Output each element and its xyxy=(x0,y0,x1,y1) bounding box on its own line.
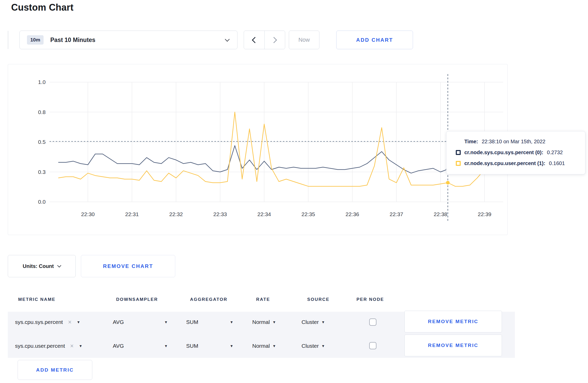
svg-text:22:31: 22:31 xyxy=(125,211,139,217)
per-node-checkbox[interactable] xyxy=(369,318,376,326)
svg-text:0.0: 0.0 xyxy=(38,199,46,205)
remove-chart-button[interactable]: REMOVE CHART xyxy=(81,255,175,277)
caret-down-icon: ▼ xyxy=(321,344,325,348)
svg-text:22:33: 22:33 xyxy=(213,211,227,217)
svg-text:22:36: 22:36 xyxy=(346,211,359,217)
metric-name-value: sys.cpu.user.percent xyxy=(15,343,65,349)
remove-metric-button[interactable]: REMOVE METRIC xyxy=(404,335,502,356)
chart-hover-tooltip: Time: 22:38:10 on Mar 15th, 2022 cr.node… xyxy=(446,131,585,174)
aggregator-select[interactable]: SUM ▼ xyxy=(186,341,233,351)
units-label: Units: Count xyxy=(23,263,54,269)
line-chart[interactable]: 0.00.30.50.81.022:3022:3122:3222:3322:34… xyxy=(8,64,507,235)
tooltip-series-value: 0.1601 xyxy=(549,160,565,166)
downsampler-value: AVG xyxy=(113,343,124,349)
svg-text:0.5: 0.5 xyxy=(38,139,46,145)
clear-icon[interactable]: × xyxy=(68,319,71,326)
table-row-metric-name[interactable]: sys.cpu.user.percent × ▼ xyxy=(15,341,82,351)
chevron-right-icon xyxy=(271,37,277,43)
col-header-metric-name: METRIC NAME xyxy=(18,297,55,302)
tooltip-time-label: Time: xyxy=(464,139,478,145)
col-header-per-node: PER NODE xyxy=(356,297,384,302)
custom-chart-page: Custom Chart 10m Past 10 Minutes Now ADD… xyxy=(0,0,588,383)
aggregator-value: SUM xyxy=(186,319,198,325)
caret-down-icon: ▼ xyxy=(272,344,276,348)
page-title: Custom Chart xyxy=(11,2,73,13)
chevron-down-icon xyxy=(57,263,61,267)
time-nav-group xyxy=(244,31,285,49)
per-node-checkbox[interactable] xyxy=(369,342,376,349)
source-value: Cluster xyxy=(302,343,319,349)
tooltip-time-value: 22:38:10 on Mar 15th, 2022 xyxy=(482,139,545,145)
now-button[interactable]: Now xyxy=(289,31,319,49)
svg-text:22:38: 22:38 xyxy=(434,211,447,217)
svg-text:0.8: 0.8 xyxy=(38,109,46,115)
metric-name-value: sys.cpu.sys.percent xyxy=(15,319,63,325)
svg-text:22:37: 22:37 xyxy=(390,211,403,217)
downsampler-select[interactable]: AVG ▼ xyxy=(113,317,168,328)
caret-down-icon: ▼ xyxy=(164,344,168,348)
time-range-badge: 10m xyxy=(27,35,44,45)
downsampler-select[interactable]: AVG ▼ xyxy=(113,341,168,351)
series-swatch-sys-icon xyxy=(456,150,461,155)
rate-select[interactable]: Normal ▼ xyxy=(252,317,276,328)
svg-text:1.0: 1.0 xyxy=(38,79,46,85)
time-range-label: Past 10 Minutes xyxy=(50,37,95,44)
clear-icon[interactable]: × xyxy=(70,343,74,350)
remove-metric-button[interactable]: REMOVE METRIC xyxy=(404,311,502,332)
source-value: Cluster xyxy=(302,319,319,325)
tooltip-time-row: Time: 22:38:10 on Mar 15th, 2022 xyxy=(456,138,585,145)
time-range-dropdown[interactable]: 10m Past 10 Minutes xyxy=(19,31,237,49)
tooltip-series-label: cr.node.sys.cpu.user.percent (1): xyxy=(464,160,545,166)
downsampler-value: AVG xyxy=(113,319,124,325)
toolbar-left-divider xyxy=(8,31,8,49)
svg-text:22:30: 22:30 xyxy=(81,211,95,217)
svg-text:22:32: 22:32 xyxy=(169,211,183,217)
next-time-button[interactable] xyxy=(265,31,285,49)
caret-down-icon: ▼ xyxy=(272,320,276,324)
add-metric-button[interactable]: ADD METRIC xyxy=(18,360,92,380)
chevron-left-icon xyxy=(252,37,258,43)
chevron-down-icon xyxy=(225,37,229,41)
tooltip-series-row: cr.node.sys.cpu.sys.percent (0): 0.2732 xyxy=(456,149,585,156)
col-header-source: SOURCE xyxy=(307,297,330,302)
source-select[interactable]: Cluster ▼ xyxy=(302,341,325,351)
col-header-downsampler: DOWNSAMPLER xyxy=(116,297,158,302)
rate-value: Normal xyxy=(252,343,270,349)
units-dropdown[interactable]: Units: Count xyxy=(8,255,76,277)
caret-down-icon: ▼ xyxy=(230,320,233,324)
caret-down-icon: ▼ xyxy=(230,344,233,348)
table-row-metric-name[interactable]: sys.cpu.sys.percent × ▼ xyxy=(15,317,80,328)
svg-text:22:39: 22:39 xyxy=(478,211,492,217)
caret-down-icon: ▼ xyxy=(164,320,168,324)
chart-card: 0.00.30.50.81.022:3022:3122:3222:3322:34… xyxy=(8,64,508,235)
svg-text:22:34: 22:34 xyxy=(257,211,271,217)
caret-down-icon[interactable]: ▼ xyxy=(79,344,82,348)
caret-down-icon: ▼ xyxy=(321,320,325,324)
col-header-rate: RATE xyxy=(256,297,270,302)
tooltip-series-label: cr.node.sys.cpu.sys.percent (0): xyxy=(464,150,543,155)
tooltip-series-row: cr.node.sys.cpu.user.percent (1): 0.1601 xyxy=(456,160,585,167)
tooltip-series-value: 0.2732 xyxy=(547,150,563,155)
source-select[interactable]: Cluster ▼ xyxy=(302,317,325,328)
rate-select[interactable]: Normal ▼ xyxy=(252,341,276,351)
col-header-aggregator: AGGREGATOR xyxy=(190,297,227,302)
rate-value: Normal xyxy=(252,319,270,325)
prev-time-button[interactable] xyxy=(244,31,264,49)
svg-text:0.3: 0.3 xyxy=(38,169,46,175)
svg-text:22:35: 22:35 xyxy=(302,211,315,217)
series-swatch-user-icon xyxy=(456,161,461,166)
aggregator-select[interactable]: SUM ▼ xyxy=(186,317,233,328)
caret-down-icon[interactable]: ▼ xyxy=(77,320,80,324)
aggregator-value: SUM xyxy=(186,343,198,349)
add-chart-button[interactable]: ADD CHART xyxy=(336,31,413,49)
